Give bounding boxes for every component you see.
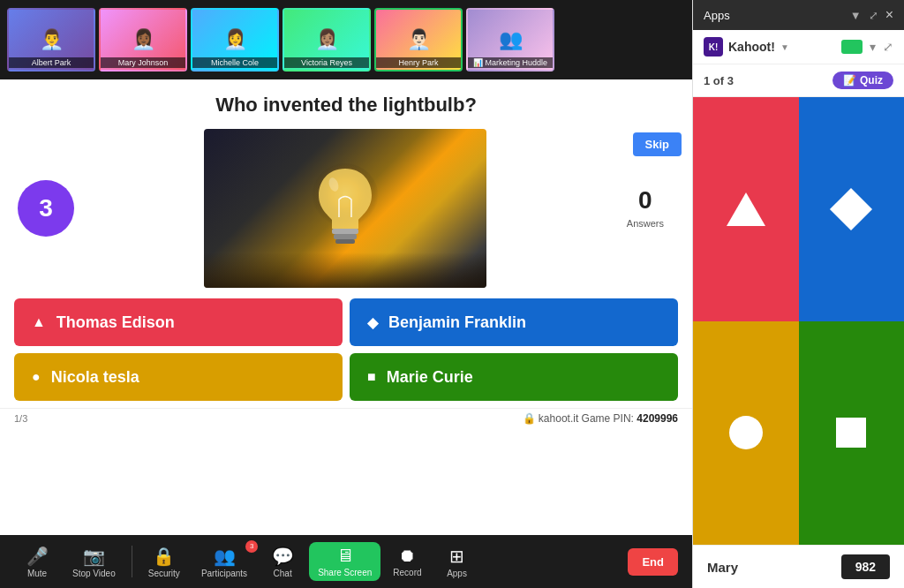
security-icon: 🔒: [153, 546, 175, 567]
video-label: Stop Video: [72, 569, 116, 578]
video-thumb-mary[interactable]: 👩🏾‍💼 Mary Johnson: [99, 8, 187, 72]
zoom-panel: 👨‍💼 Albert Park 👩🏾‍💼 Mary Johnson 👩‍💼 Mi…: [0, 0, 692, 588]
toolbar-participants[interactable]: 👥 3 Participants: [192, 542, 256, 582]
shape-panel-yellow[interactable]: [693, 321, 799, 546]
participants-badge: 3: [245, 540, 258, 553]
video-thumb-albert[interactable]: 👨‍💼 Albert Park: [7, 8, 95, 72]
toolbar-chat[interactable]: 💬 Chat: [260, 542, 305, 582]
participant-name-marketing: 📊 Marketing Huddle: [468, 57, 553, 68]
toolbar-sep1: [132, 546, 132, 577]
toolbar-record[interactable]: ⏺ Record: [384, 542, 430, 581]
video-thumb-victoria[interactable]: 👩🏽‍💼 Victoria Reyes: [282, 8, 371, 72]
participants-label: Participants: [201, 569, 247, 578]
mute-label: Mute: [27, 569, 47, 578]
answer-text-benjamin-franklin: Benjamin Franklin: [388, 313, 526, 332]
end-button[interactable]: End: [628, 548, 678, 576]
video-thumb-marketing[interactable]: 👥 📊 Marketing Huddle: [466, 8, 554, 72]
answers-count-area: 0 Answers: [616, 186, 674, 230]
sidebar-controls: ▼ ⤢ ×: [850, 7, 893, 23]
toolbar-share-screen[interactable]: 🖥 Share Screen: [309, 542, 380, 581]
quiz-counter: 1 of 3: [704, 74, 734, 87]
shape-panel-green[interactable]: [799, 321, 905, 546]
circle-icon: ●: [32, 369, 41, 385]
sidebar-header: Apps ▼ ⤢ ×: [693, 0, 904, 30]
quiz-bar: 1 of 3 📝 Quiz: [693, 64, 904, 97]
square-shape: [836, 418, 866, 448]
green-indicator: [841, 40, 863, 54]
shape-panel-blue[interactable]: [799, 97, 905, 321]
kahoot-chevron-icon[interactable]: ▼: [780, 42, 789, 52]
filter-icon[interactable]: ▾: [870, 40, 876, 54]
video-icon: 📷: [83, 546, 105, 567]
answer-button-marie-curie[interactable]: ■ Marie Curie: [350, 353, 678, 401]
lock-icon: 🔒: [523, 412, 536, 425]
page-number: 1/3: [14, 413, 27, 424]
share-screen-icon: 🖥: [336, 546, 354, 566]
svg-rect-3: [335, 239, 355, 244]
kahoot-logo-label: Kahoot!: [728, 40, 775, 54]
main-container: 👨‍💼 Albert Park 👩🏾‍💼 Mary Johnson 👩‍💼 Mi…: [0, 0, 904, 588]
skip-button[interactable]: Skip: [633, 132, 682, 156]
answers-grid: ▲ Thomas Edison ◆ Benjamin Franklin ● Ni…: [0, 291, 692, 408]
answer-button-thomas-edison[interactable]: ▲ Thomas Edison: [14, 298, 343, 346]
question-text: Who invented the lightbulb?: [21, 94, 671, 117]
apps-icon: ⊞: [449, 546, 464, 567]
kahoot-content: Who invented the lightbulb? 3: [0, 79, 692, 535]
video-thumb-michelle[interactable]: 👩‍💼 Michelle Cole: [191, 8, 279, 72]
external-link-icon[interactable]: ⤢: [883, 40, 893, 54]
timer-circle: 3: [18, 180, 74, 237]
kahoot-sidebar: Apps ▼ ⤢ × K! Kahoot! ▼ ▾ ⤢ 1 of 3: [692, 0, 904, 588]
participant-name-henry: Henry Park: [376, 57, 461, 68]
zoom-toolbar: 🎤 Mute 📷 Stop Video 🔒 Security 👥 3 Parti…: [0, 535, 692, 588]
answers-number: 0: [627, 186, 664, 215]
triangle-shape: [727, 192, 765, 226]
toolbar-security[interactable]: 🔒 Security: [139, 542, 189, 582]
svg-rect-2: [334, 234, 357, 239]
kahoot-site: kahoot.it: [539, 412, 578, 425]
apps-label: Apps: [447, 569, 467, 578]
answer-text-marie-curie: Marie Curie: [387, 368, 473, 387]
record-label: Record: [393, 568, 421, 577]
chat-label: Chat: [274, 569, 292, 578]
game-pin-label: Game PIN:: [582, 412, 634, 425]
question-area: Who invented the lightbulb?: [0, 79, 692, 125]
svg-rect-1: [332, 229, 358, 234]
quiz-icon: 📝: [843, 74, 856, 87]
toolbar-apps[interactable]: ⊞ Apps: [434, 542, 480, 582]
sidebar-filter-icon[interactable]: ▼: [850, 9, 862, 22]
participant-name-michelle: Michelle Cole: [192, 57, 277, 68]
triangle-icon: ▲: [32, 314, 46, 330]
video-thumb-henry[interactable]: 👨🏻‍💼 Henry Park: [374, 8, 463, 72]
shape-panel-red[interactable]: [693, 97, 799, 321]
circle-shape: [729, 416, 763, 449]
game-pin: 🔒 kahoot.it Game PIN: 4209996: [523, 412, 678, 425]
participant-name-albert: Albert Park: [9, 57, 94, 68]
diamond-icon: ◆: [367, 314, 378, 331]
toolbar-video[interactable]: 📷 Stop Video: [64, 542, 124, 582]
answer-button-nicola-tesla[interactable]: ● Nicola tesla: [14, 353, 343, 401]
quiz-badge: 📝 Quiz: [832, 72, 893, 89]
sidebar-popout-icon[interactable]: ⤢: [869, 9, 878, 22]
answer-button-benjamin-franklin[interactable]: ◆ Benjamin Franklin: [350, 298, 678, 346]
participant-name-mary: Mary Johnson: [101, 57, 185, 68]
answer-text-nicola-tesla: Nicola tesla: [51, 368, 139, 387]
shapes-grid: [693, 97, 904, 545]
diamond-shape: [830, 188, 872, 230]
share-screen-label: Share Screen: [318, 568, 372, 577]
video-strip: 👨‍💼 Albert Park 👩🏾‍💼 Mary Johnson 👩‍💼 Mi…: [0, 0, 692, 79]
sidebar-title: Apps: [704, 9, 730, 22]
mute-icon: 🎤: [26, 546, 49, 567]
toolbar-mute[interactable]: 🎤 Mute: [14, 542, 60, 582]
kahoot-logo-icon: K!: [704, 37, 723, 57]
lightbulb-image: [204, 129, 486, 288]
quiz-label: Quiz: [860, 74, 883, 87]
square-icon: ■: [367, 369, 376, 385]
leaderboard-name: Mary: [707, 560, 738, 575]
participant-name-victoria: Victoria Reyes: [284, 57, 369, 68]
kahoot-logo: K! Kahoot! ▼: [704, 37, 789, 57]
leaderboard-score: 982: [841, 554, 890, 579]
image-row: 3: [0, 125, 692, 291]
kahoot-footer: 1/3 🔒 kahoot.it Game PIN: 4209996: [0, 408, 692, 428]
record-icon: ⏺: [398, 546, 416, 566]
sidebar-close-icon[interactable]: ×: [885, 7, 893, 23]
